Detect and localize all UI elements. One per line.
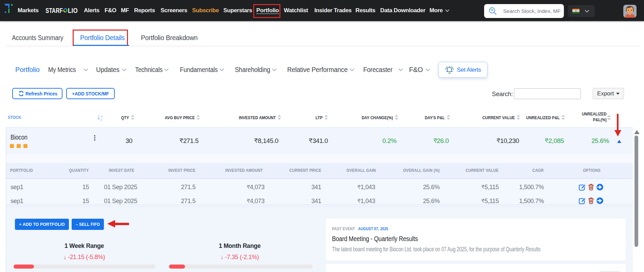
svg-text:A: A [100,115,103,118]
svg-text:Z: Z [100,118,103,121]
